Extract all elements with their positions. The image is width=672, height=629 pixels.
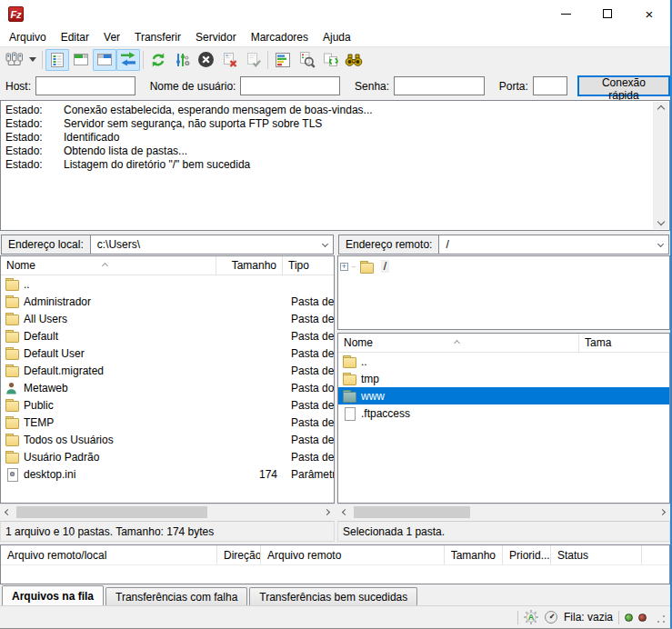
scroll-up-icon[interactable] — [657, 105, 664, 113]
scroll-right-icon[interactable] — [319, 504, 335, 520]
search-files-button[interactable] — [295, 49, 318, 71]
close-icon: × — [646, 7, 654, 21]
table-row[interactable]: .. — [338, 353, 669, 370]
auto-transfer-gear-icon[interactable]: A — [524, 610, 538, 624]
column-header-size[interactable]: Tamanho — [216, 256, 283, 275]
scrollbar-thumb[interactable] — [16, 506, 207, 518]
table-row[interactable]: Metaweb Pasta do — [1, 379, 334, 396]
disconnect-button[interactable] — [217, 49, 241, 71]
column-header-remote-file[interactable]: Arquivo remoto — [261, 545, 445, 564]
scroll-left-icon[interactable] — [337, 504, 353, 520]
svg-text:A: A — [528, 613, 535, 622]
table-row[interactable]: Default Pasta de — [1, 327, 334, 344]
status-bar-right: A Fila: vazia — [517, 610, 668, 624]
tab-transferencias-com-falha[interactable]: Transferências com falha — [105, 587, 247, 605]
tree-expand-icon[interactable]: + — [340, 263, 348, 271]
speed-limits-icon[interactable] — [544, 610, 558, 624]
local-horizontal-scrollbar[interactable] — [0, 504, 335, 519]
find-files-button[interactable] — [342, 49, 366, 71]
column-header-direction[interactable]: Direção — [217, 545, 261, 564]
close-button[interactable]: × — [628, 0, 670, 27]
local-address-value[interactable]: c:\Users\ — [91, 235, 316, 254]
table-row[interactable]: All Users Pasta de — [1, 310, 334, 327]
port-input[interactable] — [533, 76, 567, 95]
filter-settings-button[interactable] — [170, 49, 194, 71]
table-row[interactable]: .. — [1, 275, 334, 293]
host-input[interactable] — [35, 76, 135, 95]
menu-item-arquivo[interactable]: Arquivo — [2, 29, 54, 45]
scroll-right-icon[interactable] — [655, 504, 670, 520]
table-row[interactable]: Usuário Padrão Pasta de — [1, 448, 334, 465]
chevron-down-icon — [29, 57, 36, 62]
scroll-left-icon[interactable] — [0, 504, 15, 520]
username-input[interactable] — [240, 76, 340, 95]
menu-item-editar[interactable]: Editar — [54, 29, 96, 45]
table-row[interactable]: Administrador Pasta de — [1, 293, 334, 310]
menu-item-ver[interactable]: Ver — [96, 29, 127, 45]
tab-arquivos-na-fila[interactable]: Arquivos na fila — [2, 585, 104, 605]
menu-item-ajuda[interactable]: Ajuda — [316, 29, 358, 45]
resize-grip[interactable] — [656, 614, 667, 624]
table-row[interactable]: TEMP Pasta de — [1, 414, 334, 431]
column-header-remote-local-file[interactable]: Arquivo remoto/local — [1, 545, 217, 564]
folder-icon — [360, 261, 374, 273]
file-name: .. — [24, 278, 218, 291]
toggle-transfer-queue-button[interactable] — [116, 49, 140, 71]
minimize-button[interactable] — [545, 0, 587, 27]
refresh-button[interactable] — [146, 49, 170, 71]
column-header-type[interactable]: Tipo — [283, 256, 334, 275]
remote-directory-tree: + ·· / — [337, 255, 670, 330]
log-line: Estado: Listagem do diretório "/" bem su… — [5, 158, 649, 172]
menu-item-transferir[interactable]: Transferir — [127, 29, 188, 45]
table-row[interactable]: desktop.ini 174 Parâmetr — [1, 465, 334, 483]
folder-icon — [343, 373, 356, 384]
synchronized-browsing-icon — [322, 52, 339, 68]
cancel-operation-button[interactable] — [194, 49, 217, 71]
toggle-remote-tree-button[interactable] — [93, 49, 116, 71]
site-manager-dropdown-button[interactable] — [26, 49, 39, 71]
scroll-down-icon[interactable] — [657, 218, 664, 225]
column-header-size[interactable]: Tamanho — [445, 545, 503, 564]
filezilla-logo-icon: Fz — [8, 6, 24, 22]
search-icon — [298, 51, 316, 68]
password-input[interactable] — [394, 76, 485, 95]
scrollbar-thumb[interactable] — [354, 506, 470, 518]
remote-horizontal-scrollbar[interactable] — [337, 504, 670, 519]
table-row[interactable]: Public Pasta de — [1, 396, 334, 414]
remote-address-value[interactable]: / — [439, 235, 652, 254]
menu-item-servidor[interactable]: Servidor — [188, 29, 244, 45]
tree-item-root[interactable]: + ·· / — [340, 260, 667, 273]
log-message: Listagem do diretório "/" bem sucedida — [64, 158, 250, 172]
table-row[interactable]: .ftpaccess — [338, 404, 669, 422]
maximize-icon — [603, 9, 612, 18]
file-name: Default — [24, 330, 218, 343]
directory-comparison-button[interactable] — [271, 49, 295, 71]
column-header-status[interactable]: Status — [551, 545, 642, 564]
tree-root-label[interactable]: / — [381, 260, 389, 273]
table-row[interactable]: Todos os Usuários Pasta de — [1, 431, 334, 448]
remote-address-dropdown[interactable] — [652, 235, 668, 254]
remote-address-combobox[interactable]: Endereço remoto: / — [338, 235, 669, 255]
local-address-combobox[interactable]: Endereço local: c:\Users\ — [1, 235, 334, 255]
chevron-down-icon — [321, 241, 327, 247]
toggle-message-log-button[interactable] — [45, 49, 69, 71]
column-header-size[interactable]: Tama — [579, 334, 669, 352]
queue-body-empty[interactable] — [1, 565, 669, 584]
toggle-local-tree-button[interactable] — [69, 49, 93, 71]
quick-connect-button[interactable]: Conexão rápida — [577, 75, 670, 96]
reconnect-button[interactable] — [241, 49, 265, 71]
column-header-priority[interactable]: Priorid... — [503, 545, 551, 564]
sort-ascending-icon — [103, 258, 107, 271]
table-row[interactable]: Default.migrated Pasta de — [1, 362, 334, 379]
table-row[interactable]: tmp — [338, 370, 669, 387]
folder-icon — [5, 330, 19, 342]
synchronized-browsing-button[interactable] — [318, 49, 342, 71]
local-address-dropdown[interactable] — [316, 235, 333, 254]
tab-transferencias-bem-sucedidas[interactable]: Transferências bem sucedidas — [249, 587, 417, 605]
site-manager-button[interactable] — [3, 49, 26, 71]
menu-item-marcadores[interactable]: Marcadores — [244, 29, 316, 45]
table-row[interactable]: Default User Pasta de — [1, 344, 334, 362]
table-row-selected[interactable]: www — [338, 387, 669, 404]
log-vertical-scrollbar[interactable] — [653, 102, 668, 229]
maximize-button[interactable] — [587, 0, 628, 27]
